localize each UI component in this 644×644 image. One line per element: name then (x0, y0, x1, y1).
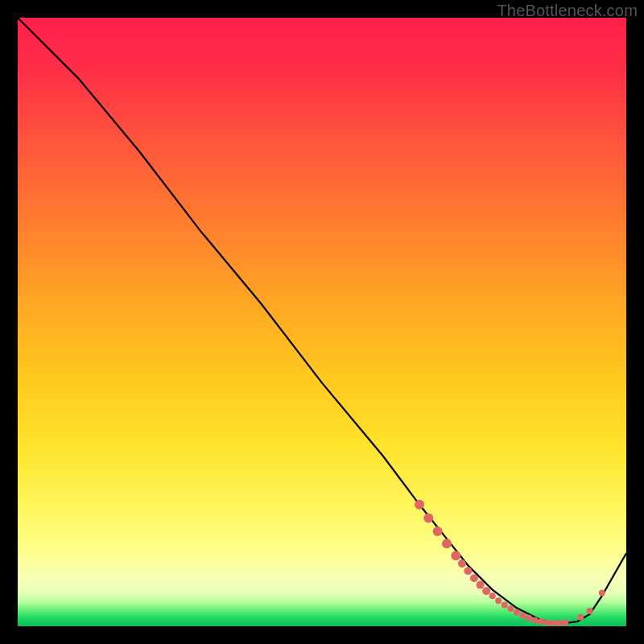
data-marker (423, 513, 433, 522)
data-marker (538, 618, 544, 625)
data-marker (442, 539, 452, 548)
data-marker (433, 526, 443, 536)
data-marker (489, 592, 496, 599)
data-markers (415, 500, 605, 626)
data-marker (577, 614, 584, 621)
data-marker (495, 597, 502, 604)
data-marker (451, 551, 460, 560)
data-marker (502, 602, 508, 609)
data-marker (532, 617, 539, 623)
data-marker (599, 589, 605, 596)
plot-area (18, 18, 626, 626)
bottleneck-curve (18, 18, 626, 623)
data-marker (544, 620, 551, 626)
data-marker (520, 612, 526, 618)
data-marker (550, 620, 556, 626)
data-marker (470, 574, 478, 582)
data-marker (482, 587, 490, 595)
data-marker (458, 559, 466, 568)
data-marker (587, 608, 593, 614)
data-marker (514, 609, 520, 616)
chart-stage: TheBottleneck.com (0, 0, 644, 644)
data-marker (556, 620, 563, 626)
data-marker (415, 500, 424, 510)
data-marker (477, 581, 485, 589)
data-marker (562, 620, 568, 626)
data-marker (464, 567, 472, 575)
chart-svg (18, 18, 626, 626)
data-marker (507, 605, 514, 612)
data-marker (526, 614, 532, 621)
